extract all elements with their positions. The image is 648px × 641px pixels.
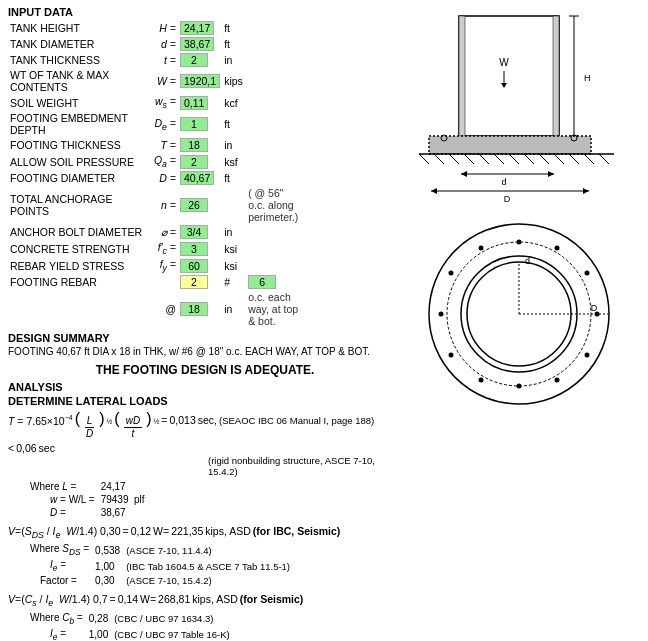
svg-text:d: d xyxy=(501,177,506,187)
svg-point-44 xyxy=(555,246,560,251)
where-ie1-ref: (IBC Tab 1604.5 & ASCE 7 Tab 11.5-1) xyxy=(126,559,294,573)
svg-text:D: D xyxy=(504,194,511,204)
note-anchor-points: ( @ 56" o.c. along perimeter.) xyxy=(246,186,300,224)
svg-marker-27 xyxy=(548,171,554,177)
where-sds-val: 0,538 xyxy=(95,543,124,557)
where-ie1-label: Ie = xyxy=(30,559,93,573)
row-concrete-strength: CONCRETE STRENGTH f'c = 3 ksi xyxy=(8,240,382,257)
unit-footing-embed: ft xyxy=(222,111,246,137)
svg-line-22 xyxy=(569,154,579,164)
unit-tank-height: ft xyxy=(222,20,246,36)
formula-t-prefix: T = 7.65×10−4 xyxy=(8,414,73,427)
sym-rebar-hash: # xyxy=(222,274,246,290)
tank-topview-drawing: D d xyxy=(409,214,629,414)
svg-text:d: d xyxy=(525,256,530,266)
where-row-factor1: Factor = 0,30 (ASCE 7-10, 15.4.2) xyxy=(30,575,294,586)
svg-point-52 xyxy=(439,312,444,317)
where-cb-ref: (CBC / UBC 97 1634.3) xyxy=(114,612,233,626)
sym-wt-tank: W = xyxy=(148,68,178,94)
sym-soil-weight: ws = xyxy=(148,94,178,111)
svg-rect-10 xyxy=(429,136,591,154)
val-wt-tank: 1920,1 xyxy=(178,68,222,94)
svg-line-18 xyxy=(509,154,519,164)
formula-t-line: T = 7.65×10−4 ( L D ) ½ ( wD t ) ½ = 0,0… xyxy=(8,411,382,454)
sym-footing-embed: De = xyxy=(148,111,178,137)
where-sds-label: Where SDS = xyxy=(30,543,93,557)
svg-line-20 xyxy=(539,154,549,164)
val-anchor-points: 26 xyxy=(178,186,222,224)
row-anchor-bolt: ANCHOR BOLT DIAMETER ⌀ = 3/4 in xyxy=(8,224,382,240)
unit-allow-soil: ksf xyxy=(222,153,246,170)
svg-point-45 xyxy=(585,271,590,276)
label-anchor-points: TOTAL ANCHORAGE POINTS xyxy=(8,186,148,224)
svg-line-23 xyxy=(584,154,594,164)
where-f1-val: 0,30 xyxy=(95,575,124,586)
val-tank-diameter: 38,67 xyxy=(178,36,222,52)
sym-tank-thickness: t = xyxy=(148,52,178,68)
label-tank-diameter: TANK DIAMETER xyxy=(8,36,148,52)
where-f1-label: Factor = xyxy=(30,575,93,586)
val-footing-thick: 18 xyxy=(178,137,222,153)
val-footing-dia: 40,67 xyxy=(178,170,222,186)
input-table: TANK HEIGHT H = 24,17 ft TANK DIAMETER d… xyxy=(8,20,382,328)
unit-rebar-spacing: in xyxy=(222,290,246,328)
svg-line-14 xyxy=(449,154,459,164)
t-val2: 0,06 xyxy=(16,442,36,454)
unit-tank-diameter: ft xyxy=(222,36,246,52)
val-rebar-spacing: 18 xyxy=(178,290,222,328)
v1-w: W= xyxy=(153,525,169,537)
t-eq: = xyxy=(161,414,167,426)
svg-marker-5 xyxy=(501,83,507,88)
t-lt: < xyxy=(8,442,14,454)
svg-rect-2 xyxy=(553,16,559,136)
v2-val: 268,81 xyxy=(158,593,190,605)
sym-rebar-yield: fy = xyxy=(148,257,178,274)
svg-point-51 xyxy=(449,353,454,358)
label-tank-height: TANK HEIGHT xyxy=(8,20,148,36)
v1-unit: kips, ASD xyxy=(205,525,251,537)
sym-concrete-strength: f'c = xyxy=(148,240,178,257)
svg-marker-30 xyxy=(431,188,437,194)
v1-type: (for IBC, Seismic) xyxy=(253,525,341,537)
where-w-label: w = W/L = xyxy=(30,494,99,505)
label-footing-dia: FOOTING DIAMETER xyxy=(8,170,148,186)
row-wt-tank: WT OF TANK & MAX CONTENTS W = 1920,1 kip… xyxy=(8,68,382,94)
where-w-val: 79439 plf xyxy=(101,494,149,505)
label-tank-thickness: TANK THICKNESS xyxy=(8,52,148,68)
where-row-L: Where L = 24,17 xyxy=(30,481,149,492)
where-D-val: 38,67 xyxy=(101,507,149,518)
paren-r1: ) xyxy=(99,411,104,427)
row-tank-height: TANK HEIGHT H = 24,17 ft xyxy=(8,20,382,36)
where-ie2-val: 1,00 xyxy=(89,628,112,641)
svg-line-24 xyxy=(599,154,609,164)
sym-tank-height: H = xyxy=(148,20,178,36)
row-footing-thick: FOOTING THICKNESS T = 18 in xyxy=(8,137,382,153)
row-rebar-spacing: @ 18 in o.c. each way, at top & bot. xyxy=(8,290,382,328)
design-summary-line1: FOOTING 40,67 ft DIA x 18 in THK, w/ #6 … xyxy=(8,346,382,357)
v2-w: W= xyxy=(140,593,156,605)
where-cb-val: 0,28 xyxy=(89,612,112,626)
svg-rect-1 xyxy=(459,16,465,136)
where-row-Ie2: Ie = 1,00 (CBC / UBC 97 Table 16-K) xyxy=(30,628,234,641)
lateral-loads-title: DETERMINE LATERAL LOADS xyxy=(8,395,382,407)
svg-marker-31 xyxy=(583,188,589,194)
where-row-Sds: Where SDS = 0,538 (ASCE 7-10, 11.4.4) xyxy=(30,543,294,557)
label-rebar-yield: REBAR YIELD STRESS xyxy=(8,257,148,274)
label-allow-soil: ALLOW SOIL PRESSURE xyxy=(8,153,148,170)
where-row-Cb: Where Cb = 0,28 (CBC / UBC 97 1634.3) xyxy=(30,612,234,626)
where-block-v1: Where SDS = 0,538 (ASCE 7-10, 11.4.4) Ie… xyxy=(28,541,382,588)
label-soil-weight: SOIL WEIGHT xyxy=(8,94,148,111)
row-footing-rebar: FOOTING REBAR 2 # 6 xyxy=(8,274,382,290)
unit-wt-tank: kips xyxy=(222,68,246,94)
unit-anchor-bolt: in xyxy=(222,224,246,240)
sym-footing-thick: T = xyxy=(148,137,178,153)
where-row-w: w = W/L = 79439 plf xyxy=(30,494,149,505)
where-table-t: Where L = 24,17 w = W/L = 79439 plf D = … xyxy=(28,479,151,520)
label-concrete-strength: CONCRETE STRENGTH xyxy=(8,240,148,257)
paren-l: ( xyxy=(75,411,80,427)
exp-half2: ½ xyxy=(153,418,159,425)
row-rebar-yield: REBAR YIELD STRESS fy = 60 ksi xyxy=(8,257,382,274)
svg-point-54 xyxy=(479,246,484,251)
v2-eq: = xyxy=(109,593,115,605)
label-wt-tank: WT OF TANK & MAX CONTENTS xyxy=(8,68,148,94)
